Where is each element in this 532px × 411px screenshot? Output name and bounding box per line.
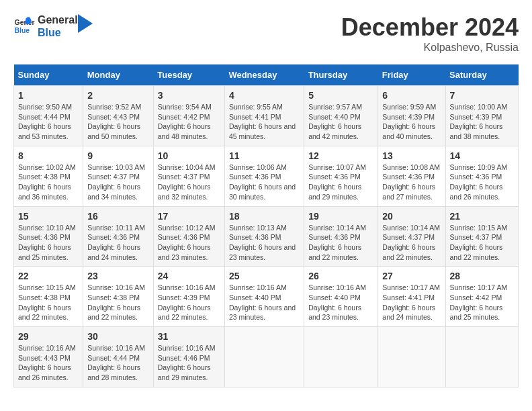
calendar-week-row: 15 Sunrise: 10:10 AM Sunset: 4:36 PM Day… [14, 206, 519, 267]
column-header-sunday: Sunday [14, 64, 83, 86]
calendar-week-row: 29 Sunrise: 10:16 AM Sunset: 4:43 PM Day… [14, 327, 519, 387]
day-number: 28 [450, 271, 515, 281]
calendar-cell: 10 Sunrise: 10:04 AM Sunset: 4:37 PM Day… [153, 146, 224, 206]
day-number: 29 [18, 331, 79, 342]
calendar-week-row: 1 Sunrise: 9:50 AM Sunset: 4:44 PM Dayli… [14, 86, 519, 146]
day-info: Sunrise: 10:02 AM Sunset: 4:38 PM Daylig… [18, 163, 79, 202]
day-info: Sunrise: 10:09 AM Sunset: 4:36 PM Daylig… [450, 163, 515, 202]
day-number: 9 [87, 150, 149, 161]
day-info: Sunrise: 10:16 AM Sunset: 4:38 PM Daylig… [87, 283, 149, 322]
day-info: Sunrise: 10:16 AM Sunset: 4:39 PM Daylig… [158, 283, 220, 322]
day-info: Sunrise: 10:17 AM Sunset: 4:42 PM Daylig… [450, 283, 515, 322]
calendar-cell: 7 Sunrise: 10:00 AM Sunset: 4:39 PM Dayl… [445, 86, 519, 146]
day-number: 5 [308, 90, 373, 101]
day-number: 22 [18, 271, 79, 281]
day-info: Sunrise: 9:55 AM Sunset: 4:41 PM Dayligh… [229, 102, 300, 142]
calendar-cell: 13 Sunrise: 10:08 AM Sunset: 4:36 PM Day… [378, 146, 445, 206]
day-number: 17 [158, 211, 220, 222]
day-info: Sunrise: 10:16 AM Sunset: 4:43 PM Daylig… [18, 343, 79, 383]
calendar-cell: 4 Sunrise: 9:55 AM Sunset: 4:41 PM Dayli… [224, 86, 304, 146]
location-subtitle: Kolpashevo, Russia [341, 42, 519, 54]
logo-arrow-icon [78, 14, 93, 33]
day-info: Sunrise: 10:08 AM Sunset: 4:36 PM Daylig… [382, 163, 441, 202]
day-number: 26 [308, 271, 373, 281]
day-info: Sunrise: 10:00 AM Sunset: 4:39 PM Daylig… [450, 102, 515, 142]
calendar-header-row: SundayMondayTuesdayWednesdayThursdayFrid… [14, 64, 519, 86]
column-header-thursday: Thursday [304, 64, 378, 86]
day-number: 25 [229, 271, 300, 281]
column-header-saturday: Saturday [445, 64, 519, 86]
day-info: Sunrise: 10:10 AM Sunset: 4:36 PM Daylig… [18, 223, 79, 263]
calendar-cell: 18 Sunrise: 10:13 AM Sunset: 4:36 PM Day… [224, 206, 304, 267]
calendar-cell [378, 327, 445, 387]
day-info: Sunrise: 9:57 AM Sunset: 4:40 PM Dayligh… [308, 102, 373, 142]
day-info: Sunrise: 10:12 AM Sunset: 4:36 PM Daylig… [158, 223, 220, 263]
day-info: Sunrise: 10:14 AM Sunset: 4:37 PM Daylig… [382, 223, 441, 263]
calendar-cell: 8 Sunrise: 10:02 AM Sunset: 4:38 PM Dayl… [14, 146, 83, 206]
page-header: General Blue General Blue December 2024 … [13, 13, 519, 54]
day-info: Sunrise: 9:59 AM Sunset: 4:39 PM Dayligh… [382, 102, 441, 142]
day-info: Sunrise: 10:16 AM Sunset: 4:40 PM Daylig… [229, 283, 300, 322]
calendar-cell: 24 Sunrise: 10:16 AM Sunset: 4:39 PM Day… [153, 267, 224, 327]
logo-icon: General Blue [13, 15, 35, 37]
calendar-cell: 15 Sunrise: 10:10 AM Sunset: 4:36 PM Day… [14, 206, 83, 267]
day-number: 10 [158, 150, 220, 161]
calendar-week-row: 8 Sunrise: 10:02 AM Sunset: 4:38 PM Dayl… [14, 146, 519, 206]
calendar-cell: 27 Sunrise: 10:17 AM Sunset: 4:41 PM Day… [378, 267, 445, 327]
day-info: Sunrise: 10:03 AM Sunset: 4:37 PM Daylig… [87, 163, 149, 202]
day-number: 27 [382, 271, 441, 281]
calendar-cell: 19 Sunrise: 10:14 AM Sunset: 4:36 PM Day… [304, 206, 378, 267]
day-number: 14 [450, 150, 515, 161]
column-header-monday: Monday [83, 64, 154, 86]
calendar-cell: 9 Sunrise: 10:03 AM Sunset: 4:37 PM Dayl… [83, 146, 154, 206]
calendar-cell: 31 Sunrise: 10:16 AM Sunset: 4:46 PM Day… [153, 327, 224, 387]
day-info: Sunrise: 9:54 AM Sunset: 4:42 PM Dayligh… [158, 102, 220, 142]
calendar-cell: 1 Sunrise: 9:50 AM Sunset: 4:44 PM Dayli… [14, 86, 83, 146]
title-section: December 2024 Kolpashevo, Russia [341, 13, 519, 54]
day-info: Sunrise: 10:17 AM Sunset: 4:41 PM Daylig… [382, 283, 441, 322]
calendar-table: SundayMondayTuesdayWednesdayThursdayFrid… [13, 64, 519, 387]
day-info: Sunrise: 10:14 AM Sunset: 4:36 PM Daylig… [308, 223, 373, 263]
day-info: Sunrise: 10:07 AM Sunset: 4:36 PM Daylig… [308, 163, 373, 202]
day-number: 13 [382, 150, 441, 161]
day-number: 8 [18, 150, 79, 161]
day-number: 19 [308, 211, 373, 222]
calendar-cell: 6 Sunrise: 9:59 AM Sunset: 4:39 PM Dayli… [378, 86, 445, 146]
day-info: Sunrise: 9:50 AM Sunset: 4:44 PM Dayligh… [18, 102, 79, 142]
day-number: 1 [18, 90, 79, 101]
day-info: Sunrise: 10:15 AM Sunset: 4:38 PM Daylig… [18, 283, 79, 322]
day-number: 16 [87, 211, 149, 222]
calendar-cell: 17 Sunrise: 10:12 AM Sunset: 4:36 PM Day… [153, 206, 224, 267]
calendar-cell: 23 Sunrise: 10:16 AM Sunset: 4:38 PM Day… [83, 267, 154, 327]
column-header-tuesday: Tuesday [153, 64, 224, 86]
calendar-cell: 26 Sunrise: 10:16 AM Sunset: 4:40 PM Day… [304, 267, 378, 327]
calendar-cell: 22 Sunrise: 10:15 AM Sunset: 4:38 PM Day… [14, 267, 83, 327]
day-number: 3 [158, 90, 220, 101]
day-info: Sunrise: 9:52 AM Sunset: 4:43 PM Dayligh… [87, 102, 149, 142]
calendar-week-row: 22 Sunrise: 10:15 AM Sunset: 4:38 PM Day… [14, 267, 519, 327]
calendar-cell: 16 Sunrise: 10:11 AM Sunset: 4:36 PM Day… [83, 206, 154, 267]
calendar-cell [304, 327, 378, 387]
day-number: 21 [450, 211, 515, 222]
day-info: Sunrise: 10:16 AM Sunset: 4:40 PM Daylig… [308, 283, 373, 322]
day-number: 2 [87, 90, 149, 101]
day-info: Sunrise: 10:13 AM Sunset: 4:36 PM Daylig… [229, 223, 300, 263]
day-number: 12 [308, 150, 373, 161]
calendar-cell: 14 Sunrise: 10:09 AM Sunset: 4:36 PM Day… [445, 146, 519, 206]
day-number: 20 [382, 211, 441, 222]
calendar-cell: 3 Sunrise: 9:54 AM Sunset: 4:42 PM Dayli… [153, 86, 224, 146]
column-header-wednesday: Wednesday [224, 64, 304, 86]
calendar-cell [224, 327, 304, 387]
calendar-cell: 5 Sunrise: 9:57 AM Sunset: 4:40 PM Dayli… [304, 86, 378, 146]
day-number: 23 [87, 271, 149, 281]
day-info: Sunrise: 10:04 AM Sunset: 4:37 PM Daylig… [158, 163, 220, 202]
day-number: 31 [158, 331, 220, 342]
day-number: 6 [382, 90, 441, 101]
calendar-cell: 12 Sunrise: 10:07 AM Sunset: 4:36 PM Day… [304, 146, 378, 206]
day-number: 18 [229, 211, 300, 222]
column-header-friday: Friday [378, 64, 445, 86]
svg-text:General: General [15, 19, 35, 27]
calendar-cell: 20 Sunrise: 10:14 AM Sunset: 4:37 PM Day… [378, 206, 445, 267]
calendar-cell [445, 327, 519, 387]
logo: General Blue General Blue [13, 13, 93, 39]
